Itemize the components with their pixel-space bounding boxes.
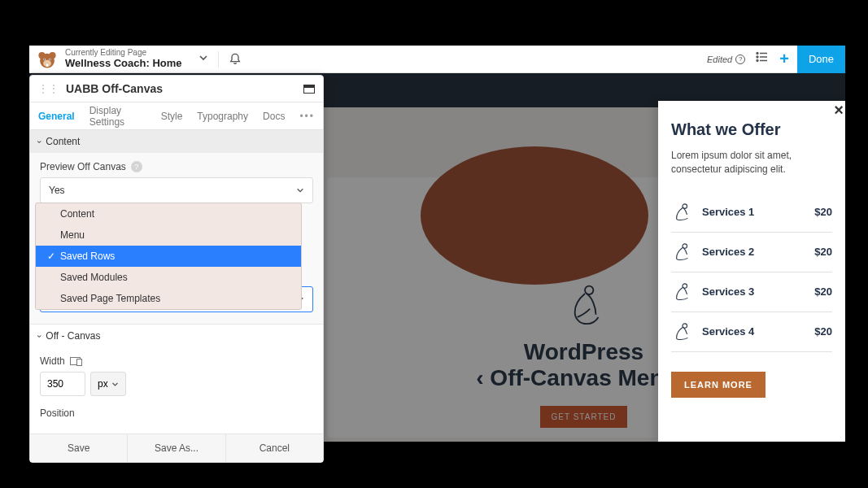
svg-point-6: [44, 59, 45, 59]
content-section-toggle[interactable]: › Content: [30, 130, 323, 153]
tab-style[interactable]: Style: [161, 111, 183, 122]
svg-point-7: [50, 59, 50, 59]
panel-title: UABB Off-Canvas: [66, 82, 303, 95]
svg-point-26: [683, 243, 687, 248]
settings-panel: ⋮⋮ UABB Off-Canvas General Display Setti…: [29, 75, 324, 463]
page-title: Wellness Coach: Home: [65, 58, 182, 70]
yoga-icon: [671, 203, 694, 222]
preview-select[interactable]: Yes: [40, 177, 313, 203]
position-field: Position: [30, 404, 323, 434]
panel-actions: Save Save As... Cancel: [30, 434, 323, 462]
topbar: Currently Editing Page Wellness Coach: H…: [29, 46, 845, 73]
outline-panel-icon[interactable]: [755, 50, 770, 68]
expand-panel-icon[interactable]: [303, 85, 315, 94]
svg-point-27: [683, 283, 687, 288]
preview-value: Yes: [49, 185, 65, 196]
yoga-icon: [671, 242, 694, 262]
service-name: Services 2: [702, 246, 806, 258]
panel-tabs: General Display Settings Style Typograph…: [30, 102, 323, 130]
off-canvas-section-toggle[interactable]: › Off - Canvas: [30, 324, 323, 347]
save-as-button[interactable]: Save As...: [128, 434, 225, 462]
dropdown-option-saved-templates[interactable]: Saved Page Templates: [36, 288, 301, 309]
svg-point-2: [49, 52, 55, 59]
svg-point-9: [757, 53, 758, 54]
service-name: Services 4: [702, 325, 806, 338]
service-name: Services 1: [702, 206, 806, 218]
done-button[interactable]: Done: [797, 46, 845, 73]
yoga-icon: [671, 282, 694, 302]
tab-general[interactable]: General: [38, 111, 75, 122]
edited-indicator: Edited ?: [707, 54, 745, 64]
drag-grip-icon[interactable]: ⋮⋮: [38, 83, 59, 94]
save-button[interactable]: Save: [30, 434, 128, 462]
content-section-label: Content: [46, 136, 80, 147]
off-canvas-section-label: Off - Canvas: [46, 330, 100, 342]
service-price: $20: [814, 325, 832, 338]
svg-rect-8: [46, 63, 48, 66]
position-label: Position: [40, 407, 75, 419]
edited-label: Edited: [707, 54, 732, 64]
dropdown-option-saved-modules[interactable]: Saved Modules: [36, 267, 301, 288]
check-icon: ✓: [47, 251, 55, 262]
chevron-down-icon: ›: [35, 140, 44, 142]
services-list: Services 1 $20 Services 2 $20 Services 3…: [671, 193, 832, 352]
learn-more-button[interactable]: LEARN MORE: [671, 372, 765, 398]
help-icon[interactable]: ?: [131, 161, 142, 172]
offcanvas-preview: × What we Offer Lorem ipsum dolor sit am…: [658, 101, 845, 442]
tabs-more-icon[interactable]: •••: [299, 111, 315, 122]
dropdown-option-saved-rows[interactable]: ✓Saved Rows: [36, 246, 301, 267]
list-item: Services 3 $20: [671, 272, 832, 312]
service-price: $20: [814, 285, 832, 298]
list-item: Services 1 $20: [671, 193, 832, 233]
tab-docs[interactable]: Docs: [263, 111, 285, 122]
service-price: $20: [814, 246, 832, 258]
svg-point-25: [683, 203, 687, 208]
width-label: Width: [40, 355, 65, 367]
divider: [218, 51, 219, 68]
responsive-icon[interactable]: [70, 357, 81, 365]
service-name: Services 3: [702, 285, 806, 298]
dropdown-option-menu[interactable]: Menu: [36, 224, 301, 246]
unit-value: px: [98, 378, 108, 390]
svg-point-11: [757, 56, 758, 58]
cancel-button[interactable]: Cancel: [226, 434, 323, 462]
unit-select[interactable]: px: [90, 372, 126, 396]
offcanvas-text: Lorem ipsum dolor sit amet, consectetur …: [671, 149, 832, 176]
svg-point-13: [757, 60, 758, 62]
svg-point-1: [38, 52, 45, 59]
width-input[interactable]: [40, 372, 85, 396]
app-frame: Currently Editing Page Wellness Coach: H…: [29, 46, 845, 442]
add-content-icon[interactable]: +: [779, 50, 789, 68]
tab-typography[interactable]: Typography: [197, 111, 248, 122]
list-item: Services 2 $20: [671, 233, 832, 272]
notifications-icon[interactable]: [229, 51, 242, 68]
beaver-logo-icon: [36, 48, 59, 71]
chevron-down-icon: [296, 186, 304, 194]
tab-display-settings[interactable]: Display Settings: [89, 105, 146, 128]
preview-label: Preview Off Canvas: [40, 161, 126, 172]
yoga-icon: [671, 322, 694, 342]
dropdown-option-content[interactable]: Content: [36, 203, 301, 224]
close-icon[interactable]: ×: [834, 101, 844, 120]
help-icon[interactable]: ?: [735, 54, 745, 64]
content-type-dropdown: Content Menu ✓Saved Rows Saved Modules S…: [35, 203, 302, 310]
list-item: Services 4 $20: [671, 312, 832, 352]
panel-header[interactable]: ⋮⋮ UABB Off-Canvas: [30, 76, 323, 102]
title-dropdown-toggle[interactable]: [198, 53, 208, 65]
service-price: $20: [814, 206, 832, 218]
page-title-block: Currently Editing Page Wellness Coach: H…: [65, 48, 182, 69]
chevron-down-icon: ›: [35, 334, 44, 337]
offcanvas-title: What we Offer: [671, 120, 832, 139]
svg-point-28: [683, 323, 687, 328]
width-field: Width px: [30, 347, 323, 404]
chevron-down-icon: [111, 381, 119, 388]
